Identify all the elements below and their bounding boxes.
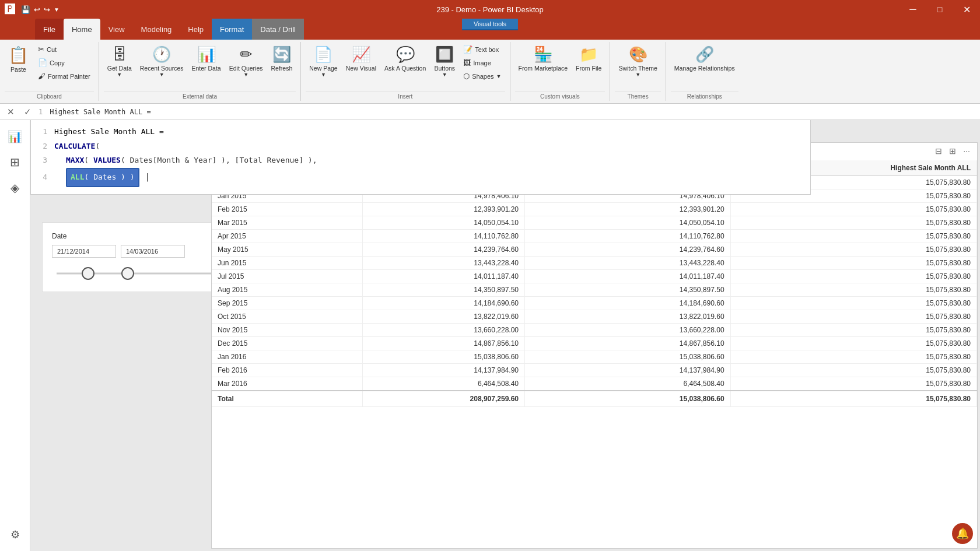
insert-group: 📄 New Page ▼ 📈 New Visual 💬 Ask A Questi…	[301, 42, 510, 101]
switch-theme-button[interactable]: 🎨 Switch Theme ▼	[615, 43, 660, 80]
shapes-button[interactable]: ⬡ Shapes ▼	[460, 70, 505, 82]
from-marketplace-button[interactable]: 🏪 From Marketplace	[515, 43, 572, 74]
data-table: Month & Year Total Revenue Highest Sale …	[212, 160, 977, 407]
ask-question-button[interactable]: 💬 Ask A Question	[381, 43, 429, 74]
date-filter-widget: Date	[42, 222, 229, 292]
new-page-button[interactable]: 📄 New Page ▼	[306, 43, 341, 80]
table-row: Oct 201513,822,019.6013,822,019.6015,075…	[212, 310, 977, 324]
date-filter-label: Date	[52, 232, 219, 240]
external-data-label: External data	[104, 92, 296, 100]
tab-file[interactable]: File	[35, 19, 64, 40]
table-row: Mar 201514,050,054.1014,050,054.1015,075…	[212, 216, 977, 230]
redo-icon[interactable]: ↪	[44, 5, 50, 14]
table-row: Dec 201514,867,856.1014,867,856.1015,075…	[212, 337, 977, 350]
code-line-4: 4 ALL( Dates ) ) |	[38, 168, 803, 187]
external-data-group: 🗄 Get Data ▼ 🕐 Recent Sources ▼ 📊 Enter …	[99, 42, 302, 101]
minimize-button[interactable]: ─	[900, 0, 926, 19]
themes-label: Themes	[615, 92, 660, 100]
table-row: Jul 201514,011,187.4014,011,187.4015,075…	[212, 270, 977, 283]
tab-help[interactable]: Help	[180, 19, 212, 40]
close-button[interactable]: ✕	[953, 0, 980, 19]
table-filter-icon[interactable]: ⊟	[933, 145, 944, 157]
data-table-container: ⊟ ⊞ ··· Month & Year Total Revenue Highe…	[211, 142, 978, 549]
visual-tools-label: Visual tools	[474, 20, 506, 27]
app-icon: 🅿	[5, 3, 15, 16]
sidebar-data-icon[interactable]: ⊞	[4, 150, 27, 174]
from-file-button[interactable]: 📁 From File	[572, 43, 605, 74]
themes-group: 🎨 Switch Theme ▼ Themes	[610, 42, 666, 101]
subscribe-button[interactable]: 🔔	[952, 523, 973, 544]
relationships-label: Relationships	[671, 92, 738, 100]
slider-handle-right[interactable]	[121, 267, 134, 280]
sidebar-settings-icon[interactable]: ⚙	[4, 523, 27, 546]
image-button[interactable]: 🖼 Image	[460, 57, 505, 69]
new-visual-button[interactable]: 📈 New Visual	[342, 43, 380, 74]
sidebar-model-icon[interactable]: ◈	[4, 176, 27, 199]
tab-datadrill[interactable]: Data / Drill	[252, 19, 304, 40]
left-sidebar: 📊 ⊞ ◈ ⚙	[0, 120, 30, 551]
edit-queries-button[interactable]: ✏ Edit Queries ▼	[226, 43, 267, 80]
formula-editor[interactable]: 1 Highest Sale Month ALL =	[38, 108, 975, 116]
custom-visuals-label: Custom visuals	[515, 92, 606, 100]
tab-view[interactable]: View	[100, 19, 133, 40]
formula-bar: ✕ ✓ 1 Highest Sale Month ALL =	[0, 104, 980, 120]
code-line-3: 3 MAXX( VALUES( Dates[Month & Year] ), […	[38, 153, 803, 168]
table-expand-icon[interactable]: ⊞	[947, 145, 958, 157]
table-row: Apr 201514,110,762.8014,110,762.8015,075…	[212, 230, 977, 243]
insert-label: Insert	[306, 92, 505, 100]
date-start-input[interactable]	[52, 245, 116, 258]
relationships-group: 🔗 Manage Relationships Relationships	[666, 42, 743, 101]
tab-home[interactable]: Home	[64, 19, 100, 40]
copy-button[interactable]: 📄 Copy	[34, 57, 94, 69]
recent-sources-button[interactable]: 🕐 Recent Sources ▼	[136, 43, 187, 80]
enter-data-button[interactable]: 📊 Enter Data	[188, 43, 225, 74]
cut-button[interactable]: ✂ Cut	[34, 43, 94, 55]
table-row: Feb 201614,137,984.9014,137,984.9015,075…	[212, 364, 977, 377]
maximize-button[interactable]: □	[926, 0, 953, 19]
manage-relationships-button[interactable]: 🔗 Manage Relationships	[671, 43, 738, 74]
formula-panel[interactable]: 1 Highest Sale Month ALL = 2 CALCULATE( …	[30, 120, 811, 195]
get-data-button[interactable]: 🗄 Get Data ▼	[104, 43, 135, 80]
ribbon: 📋 Paste ✂ Cut 📄 Copy 🖌 Format Painter	[0, 40, 980, 104]
table-row: May 201514,239,764.6014,239,764.6015,075…	[212, 243, 977, 257]
table-more-icon[interactable]: ···	[961, 145, 972, 157]
table-row: Jan 201615,038,806.6015,038,806.6015,075…	[212, 350, 977, 364]
code-line-2: 2 CALCULATE(	[38, 139, 803, 154]
table-row: Sep 201514,184,690.6014,184,690.6015,075…	[212, 297, 977, 310]
quick-access-dropdown[interactable]: ▼	[54, 6, 60, 13]
formula-confirm-button[interactable]: ✓	[22, 106, 34, 118]
custom-visuals-group: 🏪 From Marketplace 📁 From File Custom vi…	[510, 42, 611, 101]
code-line-1: 1 Highest Sale Month ALL =	[38, 125, 803, 139]
title-bar: 💾 ↩ ↪ ▼ 🅿 239 - Demo - Power BI Desktop …	[0, 0, 980, 19]
refresh-button[interactable]: 🔄 Refresh	[267, 43, 296, 74]
undo-icon[interactable]: ↩	[34, 5, 40, 14]
window-title: 239 - Demo - Power BI Desktop	[436, 5, 544, 14]
formula-cancel-button[interactable]: ✕	[5, 106, 17, 118]
table-total-row: Total208,907,259.6015,038,806.6015,075,8…	[212, 391, 977, 407]
clipboard-label: Clipboard	[5, 92, 94, 100]
paste-button[interactable]: 📋 Paste	[5, 43, 32, 75]
textbox-button[interactable]: 📝 Text box	[460, 43, 505, 55]
format-painter-button[interactable]: 🖌 Format Painter	[34, 70, 94, 82]
canvas-area: 1 Highest Sale Month ALL = 2 CALCULATE( …	[30, 120, 980, 551]
save-icon[interactable]: 💾	[21, 5, 30, 14]
tab-modeling[interactable]: Modeling	[133, 19, 180, 40]
table-row: Jun 201513,443,228.4013,443,228.4015,075…	[212, 257, 977, 270]
table-row: Mar 20166,464,508.406,464,508.4015,075,8…	[212, 377, 977, 391]
buttons-button[interactable]: 🔲 Buttons ▼	[430, 43, 459, 80]
tab-format[interactable]: Format	[212, 19, 252, 40]
table-row: Feb 201512,393,901.2012,393,901.2015,075…	[212, 203, 977, 216]
slider-handle-left[interactable]	[82, 267, 94, 280]
date-end-input[interactable]	[121, 245, 185, 258]
clipboard-group: 📋 Paste ✂ Cut 📄 Copy 🖌 Format Painter	[0, 42, 99, 101]
table-row: Nov 201513,660,228.0013,660,228.0015,075…	[212, 324, 977, 337]
table-row: Aug 201514,350,897.5014,350,897.5015,075…	[212, 283, 977, 297]
sidebar-report-icon[interactable]: 📊	[4, 125, 27, 148]
